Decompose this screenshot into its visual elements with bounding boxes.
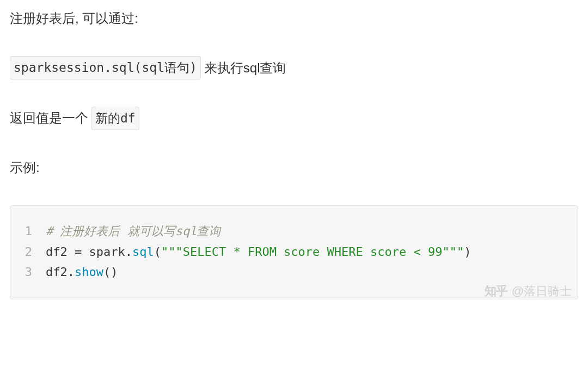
token-comment: # 注册好表后 就可以写sql查询 (46, 224, 220, 238)
token-text: df2 = spark. (46, 245, 132, 259)
watermark: 知乎 @落日骑士 (485, 281, 572, 300)
inline-code-method: sparksession.sql(sql语句) (10, 56, 201, 79)
watermark-handle: @落日骑士 (512, 281, 572, 300)
code-line: 2 df2 = spark.sql("""SELECT * FROM score… (21, 242, 567, 262)
text-method-suffix: 来执行sql查询 (204, 58, 286, 78)
code-content: df2 = spark.sql("""SELECT * FROM score W… (46, 242, 471, 262)
token-text: df2. (46, 265, 75, 279)
line-number: 2 (21, 242, 46, 262)
token-paren: ( (154, 245, 161, 259)
token-function: show (75, 265, 103, 279)
paragraph-method: sparksession.sql(sql语句) 来执行sql查询 (10, 56, 578, 79)
token-string: """SELECT * FROM score WHERE score < 99"… (161, 245, 464, 259)
inline-code-return: 新的df (91, 107, 139, 130)
token-function: sql (132, 245, 154, 259)
watermark-logo: 知乎 (485, 281, 507, 300)
token-paren: ) (464, 245, 471, 259)
code-line: 3 df2.show() (21, 262, 567, 282)
line-number: 1 (21, 221, 46, 241)
code-content: df2.show() (46, 262, 118, 282)
line-number: 3 (21, 262, 46, 282)
code-line: 1 # 注册好表后 就可以写sql查询 (21, 221, 567, 241)
paragraph-return: 返回值是一个 新的df (10, 107, 578, 130)
paragraph-intro: 注册好表后, 可以通过: (10, 8, 578, 29)
token-paren: () (103, 265, 118, 279)
code-content: # 注册好表后 就可以写sql查询 (46, 221, 220, 241)
paragraph-example-label: 示例: (10, 157, 578, 178)
text-return-prefix: 返回值是一个 (10, 108, 88, 128)
